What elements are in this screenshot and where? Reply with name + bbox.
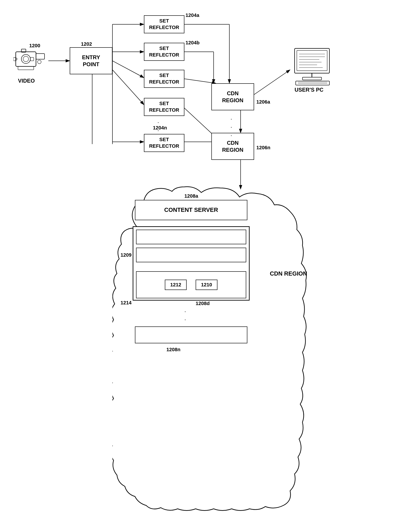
svg-line-17: [184, 108, 216, 137]
cdn-region-top: CDNREGION: [211, 83, 254, 110]
users-pc-icon: [290, 47, 335, 87]
box-1210-label: 1210: [201, 282, 212, 287]
cdn-dots: ···: [230, 115, 232, 139]
entry-point-box: ENTRY POINT: [70, 47, 113, 74]
set-reflector-2: SETREFLECTOR: [144, 43, 184, 61]
diagram-container: VIDEO 1200 ENTRY POINT 1202 SETREFLECTOR…: [0, 0, 416, 532]
svg-rect-23: [16, 52, 36, 66]
cdn-top-id: 1206a: [256, 99, 270, 105]
set-reflector-4: SETREFLECTOR: [144, 98, 184, 116]
svg-line-5: [113, 61, 144, 78]
svg-rect-42: [303, 77, 321, 80]
video-id-label: 1200: [29, 43, 40, 49]
cdn-bottom-id: 1206n: [256, 145, 270, 151]
svg-rect-28: [30, 57, 34, 61]
content-server-box: CONTENT SERVER: [135, 200, 247, 220]
cluster-id: 1209: [121, 252, 132, 258]
box-1212-label: 1212: [170, 282, 181, 287]
video-label: VIDEO: [18, 78, 35, 84]
set-reflector-5: SETREFLECTOR: [144, 134, 184, 152]
svg-point-30: [38, 60, 41, 64]
svg-rect-27: [18, 66, 34, 70]
sr2-id: 1204b: [186, 40, 199, 46]
svg-line-19: [254, 70, 290, 95]
content-server-label: CONTENT SERVER: [164, 206, 218, 214]
rack-row-1: [136, 230, 246, 244]
id-1214: 1214: [121, 300, 132, 306]
svg-rect-43: [296, 81, 330, 85]
svg-line-6: [113, 70, 144, 105]
server-1208d-box: 1212 1210: [136, 271, 246, 298]
server-1208n-id: 1208n: [166, 347, 180, 353]
cdn-region-bottom: CDNREGION: [211, 133, 254, 160]
set-reflector-3: SETREFLECTOR: [144, 70, 184, 88]
video-camera-icon: [13, 45, 47, 77]
sr1-id: 1204a: [186, 12, 199, 18]
cdn-region-big-label: CDN REGION: [270, 270, 307, 277]
server-1208d-id: 1208d: [196, 301, 209, 306]
sr2-label: SETREFLECTOR: [149, 45, 179, 58]
cdn-region-bottom-label: CDNREGION: [222, 139, 244, 153]
svg-point-24: [21, 54, 30, 63]
set-reflector-1: SETREFLECTOR: [144, 15, 184, 33]
server-box-n: [135, 326, 247, 343]
svg-line-16: [184, 79, 216, 83]
sr3-label: SETREFLECTOR: [149, 72, 179, 85]
svg-rect-33: [294, 49, 330, 73]
rack-row-2: [136, 248, 246, 262]
svg-point-25: [23, 56, 28, 62]
users-pc-label: USER'S PC: [294, 87, 323, 93]
sr5-label: SETREFLECTOR: [149, 137, 179, 149]
sr-n-id: 1204n: [153, 125, 167, 131]
box-1212: 1212: [165, 280, 187, 290]
server-1208a-id: 1208a: [184, 193, 198, 199]
svg-rect-26: [36, 54, 45, 59]
sr4-label: SETREFLECTOR: [149, 100, 179, 113]
entry-point-label: ENTRY POINT: [82, 54, 100, 68]
box-1210: 1210: [196, 280, 217, 290]
sr1-label: SETREFLECTOR: [149, 18, 179, 31]
cdn-region-top-label: CDNREGION: [222, 90, 244, 104]
entry-point-id: 1202: [81, 41, 92, 47]
